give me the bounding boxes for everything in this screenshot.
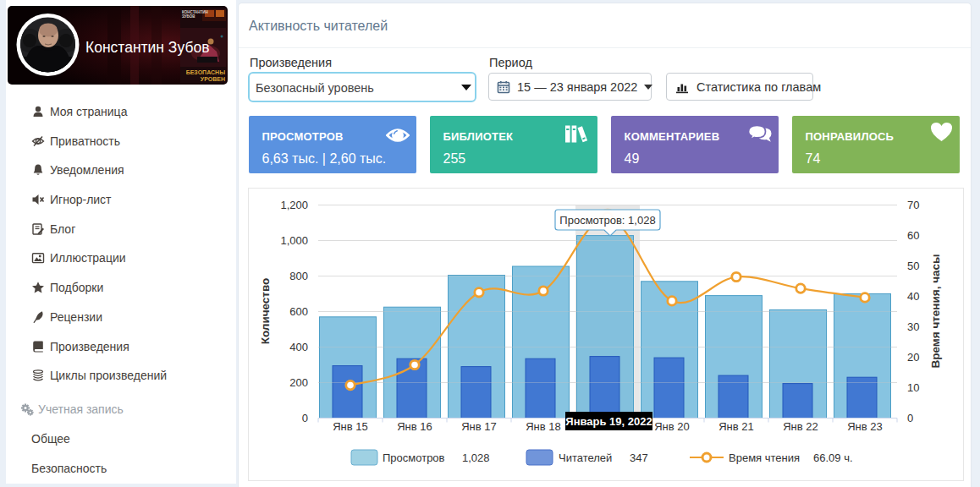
svg-text:Янв 18: Янв 18: [526, 420, 561, 433]
svg-text:0: 0: [907, 412, 913, 424]
svg-text:50: 50: [907, 260, 919, 272]
svg-text:Количество: Количество: [259, 278, 272, 345]
svg-text:Константин Зубов: Константин Зубов: [85, 39, 209, 56]
svg-text:Янв 23: Янв 23: [847, 420, 883, 433]
svg-text:400: 400: [289, 341, 308, 353]
svg-text:Время чтения: Время чтения: [729, 451, 800, 464]
svg-text:10: 10: [907, 381, 919, 394]
svg-text:0: 0: [302, 412, 308, 424]
svg-text:УРОВЕН: УРОВЕН: [201, 76, 225, 82]
svg-text:600: 600: [289, 305, 308, 318]
svg-text:1,000: 1,000: [280, 234, 308, 247]
svg-text:Январь 19, 2022: Январь 19, 2022: [565, 415, 652, 428]
svg-text:200: 200: [289, 376, 308, 389]
svg-text:66.09 ч.: 66.09 ч.: [813, 451, 853, 464]
svg-text:ЗУБОВ: ЗУБОВ: [182, 14, 195, 19]
svg-text:20: 20: [907, 351, 919, 364]
svg-text:Янв 22: Янв 22: [783, 420, 818, 433]
svg-text:Янв 20: Янв 20: [654, 420, 690, 433]
svg-text:1,200: 1,200: [280, 199, 308, 211]
svg-text:60: 60: [907, 229, 919, 242]
svg-text:1,028: 1,028: [462, 451, 490, 464]
svg-text:347: 347: [630, 451, 648, 464]
svg-text:БЕЗОПАСНЫ: БЕЗОПАСНЫ: [186, 69, 225, 75]
svg-text:40: 40: [907, 290, 919, 303]
svg-text:Янв 16: Янв 16: [397, 420, 432, 433]
svg-text:Янв 17: Янв 17: [461, 420, 497, 433]
svg-text:Просмотров: Просмотров: [383, 451, 445, 464]
svg-text:Янв 15: Янв 15: [333, 420, 368, 433]
svg-text:Время чтения, часы: Время чтения, часы: [929, 254, 942, 368]
svg-text:30: 30: [907, 320, 919, 333]
svg-text:Просмотров: 1,028: Просмотров: 1,028: [559, 214, 655, 227]
svg-text:Читателей: Читателей: [559, 451, 612, 464]
svg-text:70: 70: [907, 199, 919, 211]
svg-text:Янв 21: Янв 21: [718, 420, 754, 433]
svg-text:800: 800: [289, 270, 308, 282]
